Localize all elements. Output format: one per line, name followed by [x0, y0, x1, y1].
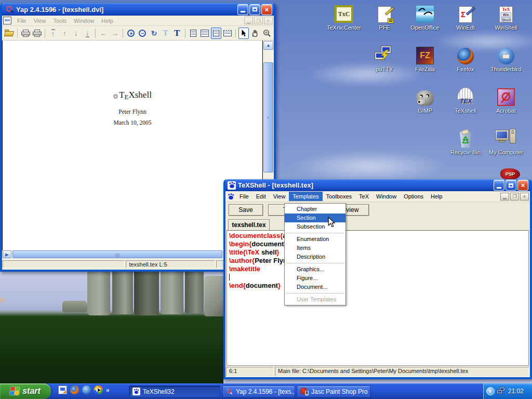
desktop-icon-filezilla[interactable]: FZ FileZilla [405, 45, 445, 72]
menu-window[interactable]: Window [373, 192, 400, 201]
yap-menu-view[interactable]: View [30, 16, 50, 25]
desktop-icon-texshell[interactable]: TEX TeXshell [445, 86, 486, 114]
texshell-editor[interactable]: \documentclass{article} \begin{document}… [227, 230, 529, 366]
task-button-texshell32[interactable]: TeXShell32 [129, 385, 220, 397]
acrobat-icon [497, 88, 515, 106]
magnifier-tool-button[interactable] [261, 28, 272, 39]
menu-item-description[interactable]: Description [285, 252, 345, 261]
continuous-facing-view-button[interactable] [222, 28, 233, 39]
menu-templates[interactable]: Templates [289, 192, 322, 201]
desktop-icon-recyclebin[interactable]: Recycle Bin [445, 128, 486, 155]
yap-mdi-restore-button[interactable]: ❐ [254, 17, 263, 24]
desktop-icon-thunderbird[interactable]: Thunderbird [486, 45, 526, 72]
yap-menu-tools[interactable]: Tools [49, 16, 70, 25]
desktop-icon-winedt[interactable]: Σ WinEdt [445, 3, 486, 31]
single-page-view-button[interactable] [188, 28, 198, 39]
yap-close-button[interactable]: × [261, 4, 272, 15]
back-button[interactable]: ← [98, 28, 109, 39]
mdi-close-button[interactable]: × [520, 193, 529, 201]
refresh-button[interactable]: ↻ [149, 28, 159, 39]
last-page-button[interactable]: ↓ [82, 28, 92, 39]
mdi-minimize-button[interactable]: ▁ [500, 193, 509, 201]
yap-menu-window[interactable]: Window [70, 16, 98, 25]
print-setup-button[interactable] [32, 28, 42, 39]
tex-glyph: TeX [500, 7, 512, 12]
continuous-view-button[interactable] [211, 28, 221, 39]
desktop-icon-gimp[interactable]: GIMP [405, 86, 445, 114]
first-page-button[interactable]: ↑ [48, 28, 58, 39]
show-desktop-icon[interactable] [58, 385, 67, 394]
desktop-icon-winshell[interactable]: TeX Win Shell WinShell [486, 3, 526, 31]
menu-help[interactable]: Help [427, 192, 446, 201]
tray-chevron-button[interactable]: ‹ [486, 387, 495, 395]
menu-tex[interactable]: TeX [355, 192, 373, 201]
select-tool-button[interactable] [238, 28, 249, 39]
texshell-titlebar[interactable]: TeXShell - [texshell.tex] × [225, 179, 530, 191]
menu-item-items[interactable]: Items [285, 244, 345, 252]
ruler-tool-button[interactable]: T [161, 28, 171, 39]
quicklaunch-chevron[interactable]: » [106, 387, 110, 394]
taskbar: start » TeXShell32 Yap 2.4.1596 - [texs.… [0, 383, 532, 399]
menu-file[interactable]: File [236, 192, 252, 201]
start-button[interactable]: start [0, 383, 51, 399]
desktop-icon-putty[interactable]: puTTY [364, 45, 405, 72]
yap-toolbar: ↑ ↑ ↓ ↓ ← → + − ↻ T T [2, 26, 274, 41]
yap-mdi-close-button[interactable]: × [264, 17, 273, 24]
yap-minimize-button[interactable] [237, 4, 248, 15]
menu-item-subsection[interactable]: Subsection [285, 222, 345, 231]
thunderbird-quicklaunch-icon[interactable] [82, 385, 91, 394]
mouse-cursor [328, 217, 335, 228]
task-label: Yap 2.4.1596 - [texs... [236, 388, 295, 395]
desktop-icon-acrobat[interactable]: Acrobat [486, 86, 526, 114]
desktop-icon-openoffice[interactable]: OpenOffice [405, 3, 445, 31]
menu-options[interactable]: Options [400, 192, 427, 201]
yap-maximize-button[interactable] [249, 4, 260, 15]
menu-item-graphics[interactable]: Graphics... [285, 265, 345, 274]
menu-item-figure[interactable]: Figure... [285, 274, 345, 283]
menu-edit[interactable]: Edit [252, 192, 270, 201]
yap-menu-help[interactable]: Help [98, 16, 117, 25]
taskbar-clock[interactable]: 21:02 [508, 388, 524, 395]
menu-item-section[interactable]: Section [285, 214, 345, 222]
save-button[interactable]: Save [229, 204, 263, 216]
vertical-scroll-thumb[interactable]: ≡ [263, 62, 273, 172]
zoom-out-button[interactable]: − [137, 28, 148, 39]
forward-button[interactable]: → [110, 28, 120, 39]
texshell-maximize-button[interactable] [506, 180, 516, 191]
zoom-in-button[interactable]: + [126, 28, 136, 39]
scroll-right-button[interactable]: ▶ [3, 250, 11, 258]
texshell-window-title: TeXShell - [texshell.tex] [238, 181, 493, 189]
desktop-icon-texniccenter[interactable]: TxC TeXnicCenter [324, 3, 364, 31]
print-button[interactable] [20, 28, 31, 39]
media-player-icon[interactable] [94, 385, 103, 394]
yap-menu-file[interactable]: File [14, 16, 30, 25]
hand-tool-button[interactable] [250, 28, 260, 39]
text-tool-button[interactable]: T [172, 28, 182, 39]
facing-page-view-button[interactable] [200, 28, 210, 39]
texshell-minimize-button[interactable] [494, 180, 504, 191]
task-button-yap[interactable]: Yap 2.4.1596 - [texs... [222, 385, 295, 397]
mdi-restore-button[interactable]: ❐ [510, 193, 519, 201]
desktop-icon-pfe[interactable]: 32 PFE [364, 3, 405, 31]
menu-toolboxes[interactable]: Toolboxes [323, 192, 356, 201]
texshell-close-button[interactable]: × [517, 180, 528, 191]
menu-item-document[interactable]: Document... [285, 283, 345, 291]
network-tray-icon[interactable] [497, 387, 506, 395]
open-button[interactable] [4, 28, 15, 39]
previous-page-button[interactable]: ↑ [59, 28, 70, 39]
tab-texshell-tex[interactable]: texshell.tex [228, 219, 270, 230]
next-page-button[interactable]: ↓ [71, 28, 81, 39]
texshell-window: TeXShell - [texshell.tex] × File Edit Vi… [223, 179, 532, 379]
desktop-icon-firefox[interactable]: Firefox [445, 45, 486, 72]
firefox-quicklaunch-icon[interactable] [70, 385, 79, 394]
menu-item-chapter[interactable]: Chapter [285, 205, 345, 214]
task-button-jasc[interactable]: 8 Jasc Paint Shop Pro [297, 385, 370, 397]
editor-line: \title{\TeX shell} [229, 248, 528, 257]
menu-item-enumeration[interactable]: Enumeration [285, 235, 345, 244]
yap-titlebar[interactable]: Yap 2.4.1596 - [texshell.dvi] × [2, 3, 274, 16]
desktop-icon-mycomputer[interactable]: My Computer [486, 128, 526, 155]
yap-mdi-minimize-button[interactable]: ▁ [244, 17, 253, 24]
menu-view[interactable]: View [270, 192, 289, 201]
horizontal-scroll-thumb[interactable]: |||| [12, 250, 222, 258]
scroll-up-button[interactable]: ▲ [263, 41, 273, 50]
